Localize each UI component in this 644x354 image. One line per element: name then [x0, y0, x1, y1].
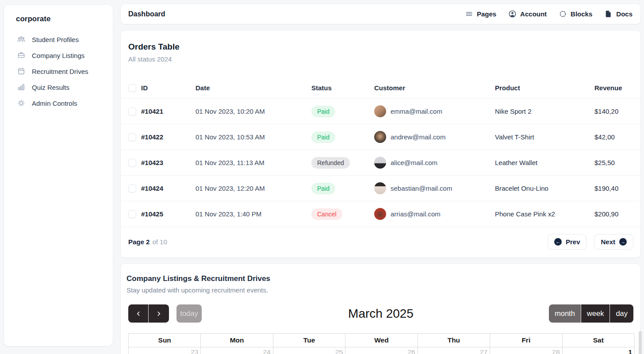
avatar — [374, 131, 386, 143]
sidebar-item-label: Student Profiles — [32, 36, 79, 43]
orders-table-body: #10421 01 Nov 2023, 10:20 AM Paid emma@m… — [121, 98, 640, 227]
prev-button[interactable]: ← Prev — [548, 234, 587, 250]
calendar-icon — [17, 67, 26, 76]
next-button[interactable]: Next → — [594, 234, 633, 250]
day-cell[interactable]: 26 — [345, 347, 418, 354]
product-name: Nike Sport 2 — [495, 108, 594, 115]
row-checkbox[interactable] — [128, 185, 136, 192]
weekday-wed: Wed — [345, 334, 418, 347]
calendar-week-row: 23 24 25 26 27 28 1 — [129, 347, 635, 354]
column-header-id: ID — [141, 84, 196, 92]
column-header-customer: Customer — [374, 84, 495, 92]
product-name: Leather Wallet — [495, 159, 594, 166]
order-date: 01 Nov 2023, 11:13 AM — [196, 159, 311, 166]
dashed-circle-icon — [559, 10, 567, 18]
sidebar-item-admin-controls[interactable]: Admin Controls — [4, 95, 113, 111]
row-checkbox[interactable] — [128, 210, 136, 218]
prev-button-label: Prev — [566, 238, 580, 246]
calendar-weekday-row: Sun Mon Tue Wed Thu Fri Sat — [129, 334, 635, 347]
arrow-left-icon: ← — [554, 238, 562, 246]
page-title: Dashboard — [128, 10, 165, 18]
users-icon — [17, 35, 26, 44]
topbar-item-label: Pages — [477, 10, 496, 18]
sidebar-item-label: Quiz Results — [32, 84, 69, 91]
orders-title: Orders Table — [121, 31, 640, 52]
product-name: Valvet T-Shirt — [495, 133, 594, 141]
topbar-item-pages[interactable]: Pages — [465, 10, 496, 18]
day-cell[interactable]: 24 — [201, 347, 273, 354]
avatar — [374, 208, 386, 220]
sidebar-item-label: Admin Controls — [32, 100, 77, 107]
weekday-fri: Fri — [490, 334, 562, 347]
orders-table-header: ID Date Status Customer Product Revenue — [121, 77, 640, 98]
day-cell[interactable]: 1 — [562, 347, 634, 354]
table-row: #10425 01 Nov 2023, 1:40 PM Cancel arria… — [121, 201, 640, 227]
status-badge: Paid — [311, 131, 335, 143]
order-id: #10421 — [141, 108, 196, 115]
order-date: 01 Nov 2023, 12:20 AM — [196, 185, 311, 192]
topbar-item-docs[interactable]: Docs — [604, 10, 632, 18]
orders-subtitle: All status 2024 — [121, 52, 640, 63]
events-subtitle: Stay updated with upcoming recruitment e… — [121, 283, 640, 294]
topbar-item-blocks[interactable]: Blocks — [559, 10, 592, 18]
order-revenue: $42,00 — [594, 133, 640, 141]
day-cell[interactable]: 28 — [490, 347, 562, 354]
menu-icon — [465, 10, 473, 18]
topbar-item-account[interactable]: Account — [508, 10, 547, 18]
row-checkbox[interactable] — [128, 108, 136, 115]
view-month-button[interactable]: month — [549, 304, 581, 323]
product-name: Phone Case Pink x2 — [495, 210, 594, 218]
select-all-checkbox[interactable] — [128, 84, 136, 92]
day-cell[interactable]: 25 — [273, 347, 345, 354]
weekday-mon: Mon — [201, 334, 273, 347]
briefcase-icon — [17, 51, 26, 60]
column-header-product: Product — [495, 84, 594, 92]
view-day-button[interactable]: day — [610, 304, 633, 323]
table-row: #10424 01 Nov 2023, 12:20 AM Paid sebast… — [121, 175, 640, 201]
order-id: #10425 — [141, 210, 196, 218]
sidebar-item-quiz-results[interactable]: Quiz Results — [4, 79, 113, 95]
gear-icon — [17, 99, 26, 108]
calendar-view-switch: month week day — [549, 304, 633, 323]
day-cell[interactable]: 23 — [129, 347, 201, 354]
page-indicator: Page 2 — [128, 238, 150, 246]
order-revenue: $25,50 — [594, 159, 640, 166]
topbar: Dashboard Pages Account — [120, 4, 641, 24]
bar-chart-icon — [17, 83, 26, 92]
view-week-button[interactable]: week — [581, 304, 610, 323]
table-row: #10421 01 Nov 2023, 10:20 AM Paid emma@m… — [121, 98, 640, 124]
sidebar-item-label: Recruitment Drives — [32, 68, 88, 75]
next-button-label: Next — [601, 238, 615, 246]
events-title: Company Listings & Recruitment Drives — [121, 264, 640, 283]
status-badge: Paid — [311, 183, 335, 194]
status-badge: Paid — [311, 106, 335, 117]
weekday-thu: Thu — [418, 334, 490, 347]
column-header-date: Date — [196, 84, 311, 92]
table-row: #10422 01 Nov 2023, 10:53 AM Paid andrew… — [121, 124, 640, 150]
page-total: of 10 — [152, 238, 167, 246]
weekday-tue: Tue — [273, 334, 345, 347]
status-badge: Refunded — [311, 157, 350, 169]
sidebar-item-label: Company Listings — [32, 52, 84, 59]
weekday-sat: Sat — [562, 334, 634, 347]
order-revenue: $190,40 — [594, 185, 640, 192]
column-header-status: Status — [311, 84, 374, 92]
sidebar: corporate Student Profiles Company Listi… — [4, 4, 113, 346]
avatar — [374, 105, 386, 117]
customer-email: emma@mail.com — [391, 108, 442, 115]
scrollbar[interactable] — [639, 331, 642, 354]
product-name: Bracelet Onu-Lino — [495, 185, 594, 192]
sidebar-item-recruitment-drives[interactable]: Recruitment Drives — [4, 63, 113, 79]
customer-email: alice@mail.com — [391, 159, 437, 166]
user-circle-icon — [508, 10, 517, 18]
sidebar-item-student-profiles[interactable]: Student Profiles — [4, 31, 113, 47]
row-checkbox[interactable] — [128, 159, 136, 167]
order-id: #10422 — [141, 133, 196, 141]
order-id: #10423 — [141, 159, 196, 166]
day-cell[interactable]: 27 — [418, 347, 490, 354]
row-checkbox[interactable] — [128, 133, 136, 141]
avatar — [374, 157, 386, 169]
sidebar-brand: corporate — [4, 5, 113, 23]
sidebar-item-company-listings[interactable]: Company Listings — [4, 47, 113, 63]
arrow-right-icon: → — [619, 238, 627, 246]
